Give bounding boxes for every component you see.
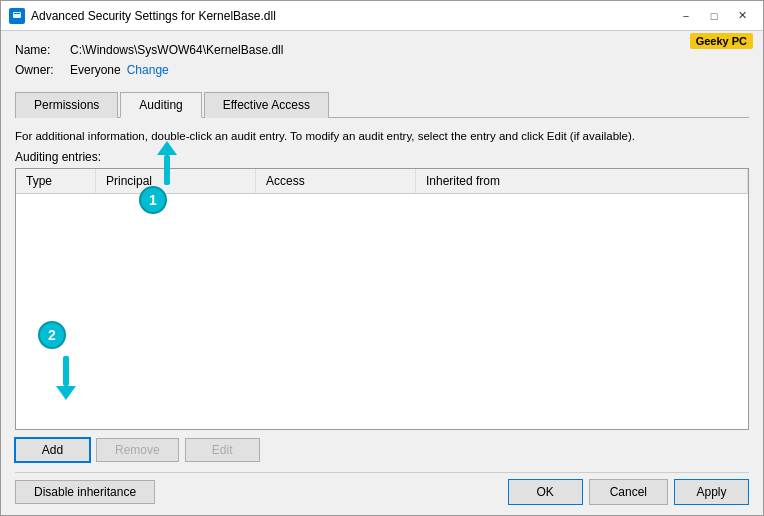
window-icon	[9, 8, 25, 24]
col-header-type: Type	[16, 169, 96, 193]
entries-label: Auditing entries:	[15, 150, 749, 164]
close-button[interactable]: ✕	[729, 6, 755, 26]
ok-button[interactable]: OK	[508, 479, 583, 505]
content-area: Name: C:\Windows\SysWOW64\KernelBase.dll…	[1, 31, 763, 515]
maximize-button[interactable]: □	[701, 6, 727, 26]
disable-inheritance-button[interactable]: Disable inheritance	[15, 480, 155, 504]
owner-label: Owner:	[15, 63, 70, 77]
table-body	[16, 194, 748, 429]
svg-rect-1	[14, 13, 20, 14]
owner-row: Owner: Everyone Change	[15, 63, 749, 77]
auditing-table: Type Principal Access Inherited from	[15, 168, 749, 430]
tab-auditing[interactable]: Auditing	[120, 92, 201, 118]
main-window: Advanced Security Settings for KernelBas…	[0, 0, 764, 516]
tab-effective-access[interactable]: Effective Access	[204, 92, 329, 118]
edit-button[interactable]: Edit	[185, 438, 260, 462]
col-header-principal: Principal	[96, 169, 256, 193]
tab-permissions[interactable]: Permissions	[15, 92, 118, 118]
bottom-section: Disable inheritance OK Cancel Apply	[15, 472, 749, 505]
change-owner-link[interactable]: Change	[127, 63, 169, 77]
col-header-inherited: Inherited from	[416, 169, 748, 193]
bottom-left: Disable inheritance	[15, 480, 155, 504]
table-header: Type Principal Access Inherited from	[16, 169, 748, 194]
window-title: Advanced Security Settings for KernelBas…	[31, 9, 673, 23]
window-controls: − □ ✕	[673, 6, 755, 26]
name-row: Name: C:\Windows\SysWOW64\KernelBase.dll	[15, 43, 749, 57]
cancel-button[interactable]: Cancel	[589, 479, 668, 505]
name-value: C:\Windows\SysWOW64\KernelBase.dll	[70, 43, 283, 57]
geeky-pc-badge: Geeky PC	[690, 33, 753, 49]
tabs-container: Permissions Auditing Effective Access	[15, 91, 749, 118]
owner-value: Everyone	[70, 63, 121, 77]
bottom-right: OK Cancel Apply	[508, 479, 749, 505]
description-text: For additional information, double-click…	[15, 128, 749, 144]
remove-button[interactable]: Remove	[96, 438, 179, 462]
title-bar: Advanced Security Settings for KernelBas…	[1, 1, 763, 31]
action-buttons: Add Remove Edit	[15, 438, 749, 462]
name-label: Name:	[15, 43, 70, 57]
apply-button[interactable]: Apply	[674, 479, 749, 505]
col-header-access: Access	[256, 169, 416, 193]
add-button[interactable]: Add	[15, 438, 90, 462]
minimize-button[interactable]: −	[673, 6, 699, 26]
svg-rect-0	[13, 12, 21, 18]
